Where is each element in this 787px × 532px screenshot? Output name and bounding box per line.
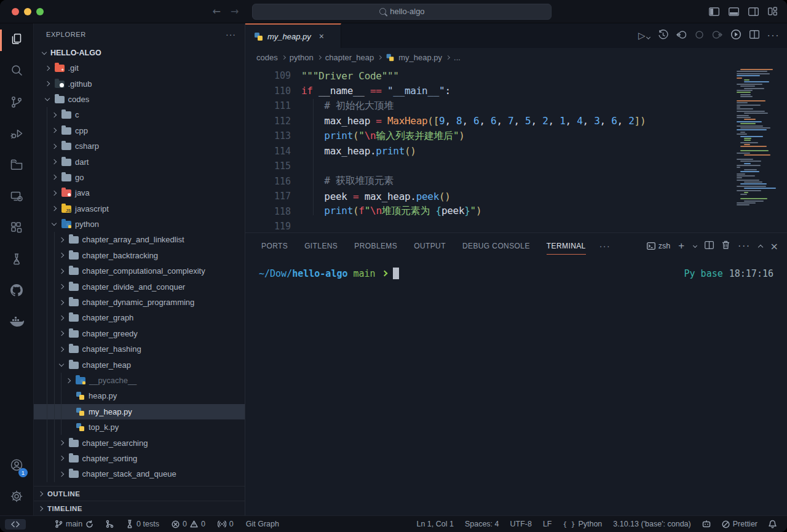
tree-item-my-heap-py[interactable]: my_heap.py	[34, 404, 245, 419]
terminal-dropdown-icon[interactable]	[693, 243, 697, 247]
chevron-right-icon[interactable]	[58, 284, 63, 289]
tree-item-cpp[interactable]: cpp	[34, 123, 245, 138]
code-line-119[interactable]: 119	[245, 219, 787, 232]
tree-item-python[interactable]: python	[34, 216, 245, 232]
activity-bar-item-accounts[interactable]: 1	[0, 450, 33, 482]
chevron-right-icon[interactable]	[52, 191, 57, 196]
activity-bar-item-explorer[interactable]	[0, 25, 33, 56]
breadcrumb-item-my-heap-py[interactable]: my_heap.py	[386, 53, 442, 62]
chevron-right-icon[interactable]	[58, 300, 63, 304]
tree-item-java[interactable]: java	[34, 185, 245, 200]
chevron-right-icon[interactable]	[58, 456, 63, 461]
workspace-root-row[interactable]: HELLO-ALGO	[34, 46, 245, 60]
code-line-112[interactable]: 112 max_heap = MaxHeap([9, 8, 6, 6, 7, 5…	[245, 114, 787, 129]
chevron-right-icon[interactable]	[58, 346, 63, 351]
chevron-right-icon[interactable]	[52, 128, 57, 133]
tree-item-top-k-py[interactable]: top_k.py	[34, 419, 245, 435]
panel-tab-gitlens[interactable]: GITLENS	[304, 233, 338, 259]
more-actions-icon[interactable]: ···	[767, 30, 780, 41]
panel-tab-output[interactable]: OUTPUT	[414, 233, 446, 259]
file-history-icon[interactable]	[658, 30, 668, 42]
chevron-down-icon[interactable]	[44, 96, 49, 101]
status-encoding[interactable]: UTF-8	[506, 518, 536, 530]
tree-item-chapter-hashing[interactable]: chapter_hashing	[34, 341, 245, 357]
status-feedback[interactable]: 0	[213, 518, 238, 530]
chevron-right-icon[interactable]	[52, 113, 57, 117]
chevron-down-icon[interactable]	[58, 361, 63, 366]
code-line-111[interactable]: 111 # 初始化大顶堆	[245, 98, 787, 114]
status-cursor-position[interactable]: Ln 1, Col 1	[412, 518, 457, 530]
code-line-114[interactable]: 114 max_heap.print()	[245, 144, 787, 159]
activity-bar-item-github[interactable]	[0, 276, 33, 307]
chevron-right-icon[interactable]	[58, 269, 63, 274]
toggle-panel-icon[interactable]	[729, 7, 739, 16]
chevron-right-icon[interactable]	[66, 378, 71, 383]
tree-item-chapter-sorting[interactable]: chapter_sorting	[34, 451, 245, 466]
panel-tab-problems[interactable]: PROBLEMS	[354, 233, 397, 259]
explorer-more-actions-icon[interactable]: ···	[226, 30, 236, 39]
status-indentation[interactable]: Spaces: 4	[461, 518, 504, 530]
tree-item-javascript[interactable]: JSjavascript	[34, 201, 245, 216]
run-python-file-button[interactable]: ▷	[638, 30, 650, 41]
terminal-view[interactable]: ~/Dow/hello-algo main Py base 18:17:16	[245, 259, 787, 515]
sidebar-section-timeline[interactable]: TIMELINE	[34, 501, 245, 515]
tree-item-codes[interactable]: codes	[34, 92, 245, 107]
chevron-right-icon[interactable]	[52, 143, 57, 148]
activity-bar-item-search[interactable]	[0, 56, 33, 87]
status-python-interpreter[interactable]: 3.10.13 ('base': conda)	[609, 518, 695, 530]
toggle-primary-sidebar-icon[interactable]	[709, 7, 719, 16]
status-notifications[interactable]	[764, 518, 781, 530]
code-line-110[interactable]: 110if __name__ == "__main__":	[245, 84, 787, 99]
nav-circle-icon[interactable]	[695, 30, 704, 42]
tree-item-chapter-backtracking[interactable]: chapter_backtracking	[34, 248, 245, 263]
tree-item-chapter-greedy[interactable]: chapter_greedy	[34, 326, 245, 341]
code-line-115[interactable]: 115	[245, 159, 787, 174]
code-editor[interactable]: 109"""Driver Code"""110if __name__ == "_…	[245, 66, 787, 232]
minimap[interactable]	[737, 69, 777, 207]
tab-my-heap-py[interactable]: my_heap.py ×	[245, 23, 341, 48]
status-git-branch-compare[interactable]	[101, 518, 118, 530]
panel-tab-debug-console[interactable]: DEBUG CONSOLE	[462, 233, 530, 259]
activity-bar-item-project-manager[interactable]	[0, 150, 33, 181]
close-panel-icon[interactable]: ×	[770, 240, 778, 252]
status-prettier[interactable]: Prettier	[718, 518, 762, 530]
tree-item-chapter-heap[interactable]: chapter_heap	[34, 357, 245, 372]
navigate-back-icon[interactable]: ←	[213, 6, 221, 17]
activity-bar-item-extensions[interactable]	[0, 213, 33, 244]
chevron-right-icon[interactable]	[58, 331, 63, 336]
new-terminal-button[interactable]: +	[678, 240, 684, 252]
split-terminal-icon[interactable]	[705, 240, 714, 252]
sidebar-section-outline[interactable]: OUTLINE	[34, 486, 245, 501]
navigate-forward-icon[interactable]: →	[231, 6, 239, 17]
close-tab-icon[interactable]: ×	[319, 31, 324, 41]
tree-item-csharp[interactable]: csharp	[34, 138, 245, 154]
panel-more-actions-icon[interactable]: ···	[738, 240, 750, 252]
breadcrumb-item-codes[interactable]: codes	[256, 53, 278, 62]
breadcrumb-item--[interactable]: ...	[454, 53, 461, 62]
code-line-117[interactable]: 117 peek = max_heap.peek()	[245, 189, 787, 204]
chevron-down-icon[interactable]	[52, 221, 57, 226]
activity-bar-item-source-control[interactable]	[0, 87, 33, 119]
customize-layout-icon[interactable]	[768, 7, 777, 16]
code-line-109[interactable]: 109"""Driver Code"""	[245, 68, 787, 84]
maximize-panel-icon[interactable]	[757, 244, 762, 249]
tree-item-go[interactable]: go	[34, 170, 245, 185]
minimize-window-button[interactable]	[24, 8, 31, 15]
breadcrumb-item-python[interactable]: python	[290, 53, 314, 62]
breadcrumb-item-chapter-heap[interactable]: chapter_heap	[325, 53, 374, 62]
tree-item-chapter-computational-complexity[interactable]: chapter_computational_complexity	[34, 263, 245, 279]
code-line-113[interactable]: 113 print("\n输入列表并建堆后")	[245, 129, 787, 144]
chevron-right-icon[interactable]	[58, 237, 63, 242]
status-pet-extension[interactable]	[698, 519, 715, 529]
chevron-right-icon[interactable]	[58, 316, 63, 320]
chevron-right-icon[interactable]	[58, 253, 63, 258]
chevron-right-icon[interactable]	[58, 440, 63, 445]
chevron-right-icon[interactable]	[52, 175, 57, 180]
remote-indicator[interactable]	[5, 519, 26, 530]
run-or-debug-icon[interactable]	[730, 29, 742, 42]
panel-tab-ports[interactable]: PORTS	[261, 233, 288, 259]
code-line-118[interactable]: 118 print(f"\n堆顶元素为 {peek}")	[245, 204, 787, 220]
chevron-right-icon[interactable]	[52, 206, 57, 211]
status-branch[interactable]: main	[50, 518, 98, 530]
close-window-button[interactable]	[12, 8, 19, 15]
